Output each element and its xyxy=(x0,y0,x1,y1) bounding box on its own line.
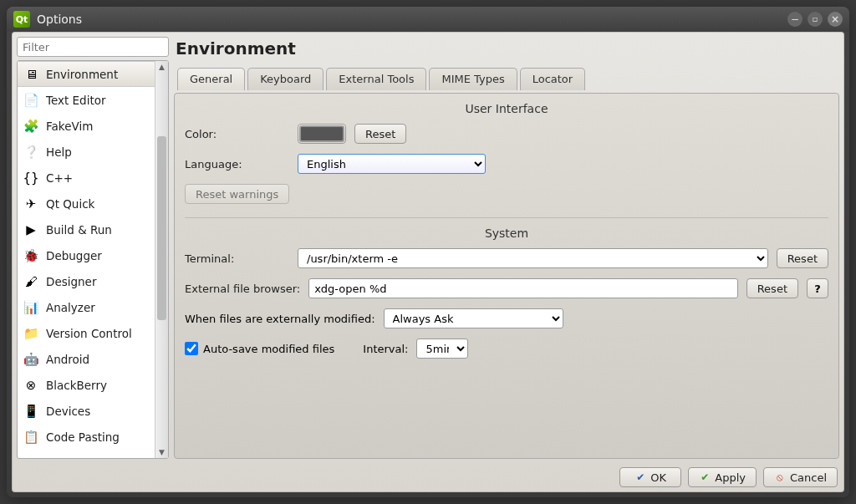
sidebar-item-analyzer[interactable]: 📊Analyzer xyxy=(18,294,155,320)
language-label: Language: xyxy=(185,158,289,171)
window-title: Options xyxy=(37,13,787,26)
color-reset-button[interactable]: Reset xyxy=(354,124,406,144)
ok-button[interactable]: ✔OK xyxy=(619,467,681,487)
sidebar-icon: 🧩 xyxy=(23,118,39,135)
sidebar-item-c-[interactable]: {}C++ xyxy=(18,165,155,191)
sidebar-item-environment[interactable]: 🖥Environment xyxy=(18,61,155,87)
tab-keyboard[interactable]: Keyboard xyxy=(247,68,324,90)
cancel-button[interactable]: ⦸Cancel xyxy=(763,467,838,487)
tab-mime-types[interactable]: MIME Types xyxy=(429,68,517,90)
sidebar-icon: 🤖 xyxy=(23,351,39,368)
sidebar-item-designer[interactable]: 🖌Designer xyxy=(18,268,155,294)
maximize-button[interactable] xyxy=(808,12,823,27)
sidebar-icon: 📊 xyxy=(23,299,39,316)
sidebar-item-label: Code Pasting xyxy=(46,430,120,444)
sidebar-icon: ⊗ xyxy=(23,377,39,394)
page-title: Environment xyxy=(174,37,839,64)
sidebar-item-text-editor[interactable]: 📄Text Editor xyxy=(18,87,155,113)
qt-app-icon: Qt xyxy=(13,11,30,28)
tab-locator[interactable]: Locator xyxy=(520,68,585,90)
cancel-icon: ⦸ xyxy=(774,471,786,483)
check-icon: ✔ xyxy=(634,471,646,483)
sidebar-item-label: Android xyxy=(46,353,89,366)
sidebar-item-label: Qt Quick xyxy=(46,197,94,211)
terminal-label: Terminal: xyxy=(185,252,289,265)
interval-label: Interval: xyxy=(363,343,408,355)
sidebar-item-label: Version Control xyxy=(46,327,132,340)
category-tree: 🖥Environment📄Text Editor🧩FakeVim❔Help{}C… xyxy=(17,60,169,459)
reset-warnings-button[interactable]: Reset warnings xyxy=(185,184,289,204)
sidebar-item-label: C++ xyxy=(46,171,73,185)
sidebar-item-help[interactable]: ❔Help xyxy=(18,139,155,165)
sidebar-item-label: Debugger xyxy=(46,249,102,262)
tab-external-tools[interactable]: External Tools xyxy=(326,68,426,90)
sidebar-icon: 🖥 xyxy=(23,66,39,83)
apply-button[interactable]: ✔Apply xyxy=(688,467,757,487)
extbrowser-reset-button[interactable]: Reset xyxy=(746,278,798,298)
ext-modified-select[interactable]: Always Ask xyxy=(384,308,563,328)
sidebar-item-label: BlackBerry xyxy=(46,379,107,392)
sidebar-icon: {} xyxy=(23,170,39,186)
sidebar-item-devices[interactable]: 📱Devices xyxy=(18,398,155,424)
dialog-footer: ✔OK ✔Apply ⦸Cancel xyxy=(17,464,839,487)
external-file-browser-input[interactable] xyxy=(308,278,738,298)
terminal-select[interactable]: /usr/bin/xterm -e xyxy=(298,248,768,268)
sidebar-item-code-pasting[interactable]: 📋Code Pasting xyxy=(18,424,155,450)
close-button[interactable] xyxy=(828,12,843,27)
autosave-checkbox[interactable] xyxy=(185,342,198,355)
apply-icon: ✔ xyxy=(699,471,711,483)
sidebar-item-label: FakeVim xyxy=(46,120,93,133)
sidebar-item-debugger[interactable]: 🐞Debugger xyxy=(18,242,155,268)
tab-panel-general: User Interface Color: Reset Language: En… xyxy=(174,93,839,459)
tab-general[interactable]: General xyxy=(177,68,245,90)
user-interface-group: User Interface Color: Reset Language: En… xyxy=(185,102,828,206)
sidebar-item-version-control[interactable]: 📁Version Control xyxy=(18,320,155,346)
sidebar-icon: 🐞 xyxy=(23,247,39,264)
sidebar-item-android[interactable]: 🤖Android xyxy=(18,346,155,372)
extbrowser-label: External file browser: xyxy=(185,283,300,295)
sidebar-item-label: Text Editor xyxy=(46,94,106,107)
sidebar-item-label: Designer xyxy=(46,275,96,288)
sidebar-item-build-run[interactable]: ▶Build & Run xyxy=(18,216,155,242)
sidebar-icon: 📱 xyxy=(23,403,39,420)
color-picker-button[interactable] xyxy=(298,124,346,144)
sidebar-icon: ✈ xyxy=(23,196,39,212)
sidebar-icon: 📋 xyxy=(23,429,39,445)
filter-input[interactable] xyxy=(17,37,169,57)
titlebar: Qt Options xyxy=(7,7,849,32)
sidebar-icon: ❔ xyxy=(23,144,39,160)
sidebar-item-label: Help xyxy=(46,145,72,159)
autosave-checkbox-label[interactable]: Auto-save modified files xyxy=(185,342,334,355)
color-label: Color: xyxy=(185,128,289,140)
tree-scrollbar[interactable]: ▲ ▼ xyxy=(155,61,168,458)
sidebar-icon: ▶ xyxy=(23,221,39,238)
system-group: System Terminal: /usr/bin/xterm -e Reset… xyxy=(185,217,828,360)
options-window: Qt Options 🖥Environment📄Text Editor🧩Fake… xyxy=(7,7,849,497)
sidebar-item-label: Analyzer xyxy=(46,301,95,314)
language-select[interactable]: English xyxy=(298,154,486,174)
sidebar-icon: 🖌 xyxy=(23,273,39,290)
minimize-button[interactable] xyxy=(787,12,802,27)
sidebar-item-fakevim[interactable]: 🧩FakeVim xyxy=(18,113,155,139)
user-interface-title: User Interface xyxy=(185,102,828,115)
terminal-reset-button[interactable]: Reset xyxy=(777,248,828,268)
sidebar-item-label: Environment xyxy=(46,68,118,81)
sidebar-item-qt-quick[interactable]: ✈Qt Quick xyxy=(18,191,155,216)
interval-select[interactable]: 5min xyxy=(416,339,468,359)
color-swatch xyxy=(299,125,344,142)
sidebar-item-blackberry[interactable]: ⊗BlackBerry xyxy=(18,372,155,398)
sidebar-item-label: Devices xyxy=(46,405,90,418)
sidebar-icon: 📁 xyxy=(23,325,39,342)
sidebar-item-label: Build & Run xyxy=(46,223,112,237)
help-button[interactable]: ? xyxy=(807,278,828,298)
autosave-label: Auto-save modified files xyxy=(203,343,334,355)
tab-bar: GeneralKeyboardExternal ToolsMIME TypesL… xyxy=(174,67,839,89)
ext-modified-label: When files are externally modified: xyxy=(185,313,375,325)
sidebar-icon: 📄 xyxy=(23,92,39,109)
system-title: System xyxy=(185,227,828,240)
